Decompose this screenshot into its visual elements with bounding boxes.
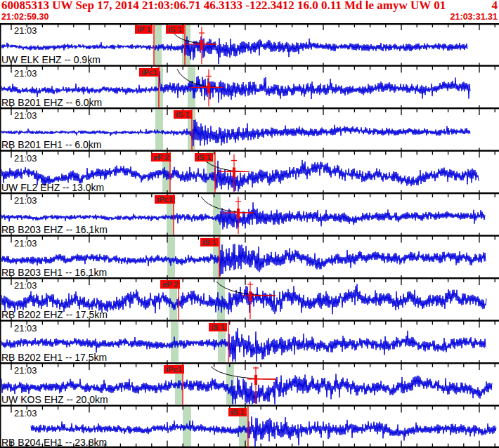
station-label: RB B203 EHZ -- 16.1km bbox=[1, 225, 108, 235]
event-title-text: 60085313 UW Sep 17, 2014 21:03:06.71 46.… bbox=[1, 0, 446, 13]
pick-flag[interactable]: iS 1 bbox=[195, 153, 213, 162]
pick-flag[interactable]: eP 2 bbox=[151, 153, 171, 162]
station-label: RB B201 EHZ -- 6.0km bbox=[1, 98, 102, 107]
trace-time-label: 21:03 bbox=[14, 154, 37, 163]
station-label: RB B203 EH1 -- 16.1km bbox=[1, 268, 107, 277]
station-label: RB B202 EHZ -- 17.5km bbox=[1, 310, 108, 319]
trace-time-label: 21:03 bbox=[14, 196, 37, 205]
trace-time-label: 21:03 bbox=[14, 409, 37, 418]
station-label: RB B202 EH1 -- 17.5km bbox=[1, 353, 107, 362]
station-label: UW KOS EHZ -- 20.0km bbox=[1, 395, 108, 404]
trace-time-label: 21:03 bbox=[14, 366, 37, 375]
seismogram-viewer: 60085313 UW Sep 17, 2014 21:03:06.71 46.… bbox=[0, 0, 499, 448]
pick-flag[interactable]: eP 2 bbox=[160, 280, 180, 289]
event-title-suffix: 4 bbox=[492, 0, 498, 13]
station-label: UW FL2 EHZ -- 13.0km bbox=[1, 183, 104, 192]
trace-time-label: 21:03 bbox=[14, 324, 37, 333]
pick-flag[interactable]: iS 1 bbox=[209, 323, 227, 331]
pick-flag[interactable]: iS 1 bbox=[228, 408, 247, 416]
pick-flag[interactable]: iS 1 bbox=[166, 25, 184, 34]
pick-flag[interactable]: iPc1 bbox=[155, 195, 175, 204]
trace-time-label: 21:03 bbox=[14, 69, 37, 78]
station-label: RB B204 EH1 -- 23.8km bbox=[1, 437, 107, 447]
pick-flag[interactable]: iPc1 bbox=[164, 365, 184, 374]
pick-flag[interactable]: iP 1 bbox=[135, 25, 153, 34]
station-label: UW ELK EHZ -- 0.9km bbox=[1, 55, 101, 65]
trace-time-label: 21:03 bbox=[14, 281, 37, 290]
station-label: RB B201 EH1 -- 6.0km bbox=[1, 140, 101, 150]
trace-time-label: 21:03 bbox=[14, 26, 37, 35]
pick-flag[interactable]: iS 1 bbox=[200, 238, 219, 246]
event-title: 60085313 UW Sep 17, 2014 21:03:06.71 46.… bbox=[1, 0, 498, 13]
trace-time-label: 21:03 bbox=[14, 239, 37, 248]
pick-flag[interactable]: iPc1 bbox=[139, 68, 160, 77]
trace-time-label: 21:03 bbox=[14, 111, 37, 120]
window-end-time: 21:03:31.31 bbox=[451, 12, 498, 22]
pick-flag[interactable]: iS 1 bbox=[174, 110, 192, 119]
window-start-time: 21:02:59.30 bbox=[1, 12, 48, 22]
